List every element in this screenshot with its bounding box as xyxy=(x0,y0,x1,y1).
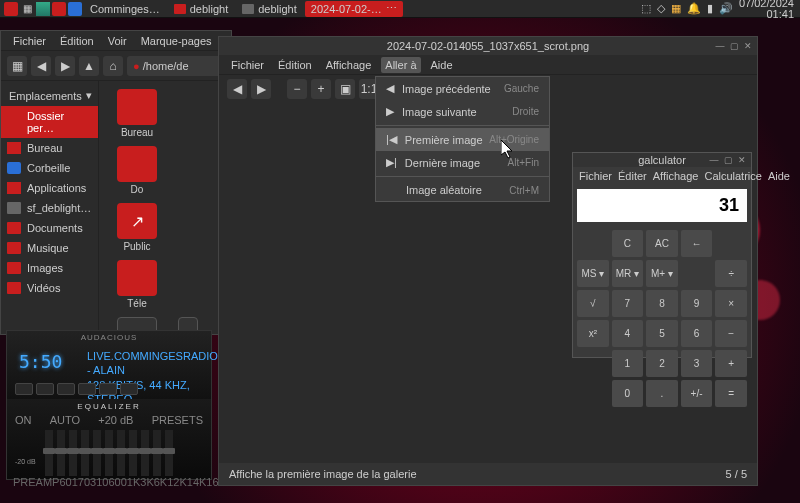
show-desktop-icon[interactable]: ▦ xyxy=(20,2,34,16)
sidebar-item-videos[interactable]: Vidéos xyxy=(1,278,98,298)
calc-key-24[interactable]: + xyxy=(715,350,747,377)
aud-prev-button[interactable] xyxy=(15,383,33,395)
menu-fichier[interactable]: Fichier xyxy=(9,33,50,49)
back-button[interactable]: ◀ xyxy=(31,56,51,76)
calc-key-15[interactable]: x² xyxy=(577,320,609,347)
calc-key-17[interactable]: 5 xyxy=(646,320,678,347)
aud-stop-button[interactable] xyxy=(78,383,96,395)
viewer-menu-aller[interactable]: Aller à xyxy=(381,57,420,73)
calc-max[interactable]: ▢ xyxy=(723,155,733,165)
file-do[interactable]: Do xyxy=(107,146,167,195)
home-button[interactable]: ⌂ xyxy=(103,56,123,76)
file-tele[interactable]: Téle xyxy=(107,260,167,309)
browser-icon[interactable] xyxy=(68,2,82,16)
terminal-icon[interactable] xyxy=(36,2,50,16)
calc-key-18[interactable]: 6 xyxy=(681,320,713,347)
calc-key-1[interactable]: C xyxy=(612,230,644,257)
audacious-player[interactable]: AUDACIOUS 5:50 LIVE.COMMINGESRADIO.FR - … xyxy=(6,330,212,480)
viewer-menu-fichier[interactable]: Fichier xyxy=(227,57,268,73)
calc-key-28[interactable]: +/- xyxy=(681,380,713,407)
viewer-prev-button[interactable]: ◀ xyxy=(227,79,247,99)
calc-key-2[interactable]: AC xyxy=(646,230,678,257)
eq-sliders[interactable] xyxy=(7,426,211,476)
calc-key-22[interactable]: 2 xyxy=(646,350,678,377)
menu-edition[interactable]: Édition xyxy=(56,33,98,49)
file-public[interactable]: ↗Public xyxy=(107,203,167,252)
maximize-button[interactable]: ▢ xyxy=(729,41,739,51)
calc-key-27[interactable]: . xyxy=(646,380,678,407)
calc-key-3[interactable]: ← xyxy=(681,230,713,257)
minimize-button[interactable]: — xyxy=(715,41,725,51)
close-button[interactable]: ✕ xyxy=(743,41,753,51)
sidebar-item-bureau[interactable]: Bureau xyxy=(1,138,98,158)
tray-volume-icon[interactable]: 🔊 xyxy=(719,2,733,15)
calc-menu-calculatrice[interactable]: Calculatrice xyxy=(704,170,761,182)
tray-grid-icon[interactable]: ▦ xyxy=(671,2,681,15)
calc-key-23[interactable]: 3 xyxy=(681,350,713,377)
calc-menu-aide[interactable]: Aide xyxy=(768,170,790,182)
calc-key-13[interactable]: 9 xyxy=(681,290,713,317)
calc-key-5[interactable]: MS ▾ xyxy=(577,260,609,287)
viewer-zoomout-button[interactable]: − xyxy=(287,79,307,99)
fm-content[interactable]: Bureau Do ↗Public Téle 2024-06-30-2 3165… xyxy=(99,81,231,334)
viewer-menu-edition[interactable]: Édition xyxy=(274,57,316,73)
forward-button[interactable]: ▶ xyxy=(55,56,75,76)
sidebar-item-images[interactable]: Images xyxy=(1,258,98,278)
sidebar-item-sf[interactable]: sf_deblight… xyxy=(1,198,98,218)
aud-next-button[interactable] xyxy=(99,383,117,395)
dd-next-image[interactable]: ▶Image suivanteDroite xyxy=(376,100,549,123)
menu-voir[interactable]: Voir xyxy=(104,33,131,49)
dd-random-image[interactable]: Image aléatoireCtrl+M xyxy=(376,179,549,201)
viewer-zoomfit-button[interactable]: ▣ xyxy=(335,79,355,99)
aud-play-button[interactable] xyxy=(36,383,54,395)
calc-key-9[interactable]: ÷ xyxy=(715,260,747,287)
menu-marquepages[interactable]: Marque-pages xyxy=(137,33,216,49)
files-icon[interactable] xyxy=(52,2,66,16)
viewer-menu-affichage[interactable]: Affichage xyxy=(322,57,376,73)
calc-menu-editer[interactable]: Éditer xyxy=(618,170,647,182)
aud-eject-button[interactable] xyxy=(120,383,138,395)
dd-first-image[interactable]: |◀Première imageAlt+Origine xyxy=(376,128,549,151)
calc-key-10[interactable]: √ xyxy=(577,290,609,317)
sidebar-item-musique[interactable]: Musique xyxy=(1,238,98,258)
address-bar[interactable]: ● /home/de xyxy=(127,56,225,76)
task-image-viewer[interactable]: 2024-07-02-…⋯ xyxy=(305,1,403,17)
up-button[interactable]: ▲ xyxy=(79,56,99,76)
dd-prev-image[interactable]: ◀Image précédenteGauche xyxy=(376,77,549,100)
aud-pause-button[interactable] xyxy=(57,383,75,395)
sidebar-header[interactable]: Emplacements ▾ xyxy=(1,85,98,106)
calc-min[interactable]: — xyxy=(709,155,719,165)
sidebar-item-applications[interactable]: Applications xyxy=(1,178,98,198)
calc-key-21[interactable]: 1 xyxy=(612,350,644,377)
calc-menu-affichage[interactable]: Affichage xyxy=(653,170,699,182)
tray-battery-icon[interactable]: ▮ xyxy=(707,2,713,15)
calc-key-11[interactable]: 7 xyxy=(612,290,644,317)
calc-key-12[interactable]: 8 xyxy=(646,290,678,317)
new-tab-button[interactable]: ▦ xyxy=(7,56,27,76)
calc-key-14[interactable]: × xyxy=(715,290,747,317)
tray-shield-icon[interactable]: ◇ xyxy=(657,2,665,15)
dd-last-image[interactable]: ▶|Dernière imageAlt+Fin xyxy=(376,151,549,174)
app-menu-icon[interactable] xyxy=(4,2,18,16)
viewer-next-button[interactable]: ▶ xyxy=(251,79,271,99)
eq-auto-button[interactable]: AUTO xyxy=(50,414,80,426)
calc-key-19[interactable]: − xyxy=(715,320,747,347)
calc-key-26[interactable]: 0 xyxy=(612,380,644,407)
viewer-zoomin-button[interactable]: + xyxy=(311,79,331,99)
eq-on-button[interactable]: ON xyxy=(15,414,32,426)
task-deblight-1[interactable]: deblight xyxy=(168,1,235,17)
taskbar-clock[interactable]: 07/02/202401:41 xyxy=(739,0,794,20)
task-comminges[interactable]: Comminges… xyxy=(84,1,166,17)
eq-presets-button[interactable]: PRESETS xyxy=(152,414,203,426)
calc-menu-fichier[interactable]: Fichier xyxy=(579,170,612,182)
calc-close[interactable]: ✕ xyxy=(737,155,747,165)
calc-key-6[interactable]: MR ▾ xyxy=(612,260,644,287)
calc-key-29[interactable]: = xyxy=(715,380,747,407)
tray-monitor-icon[interactable]: ⬚ xyxy=(641,2,651,15)
tray-bell-icon[interactable]: 🔔 xyxy=(687,2,701,15)
sidebar-item-home[interactable]: Dossier per… xyxy=(1,106,98,138)
calc-key-16[interactable]: 4 xyxy=(612,320,644,347)
viewer-menu-aide[interactable]: Aide xyxy=(427,57,457,73)
sidebar-item-corbeille[interactable]: Corbeille xyxy=(1,158,98,178)
sidebar-item-documents[interactable]: Documents xyxy=(1,218,98,238)
